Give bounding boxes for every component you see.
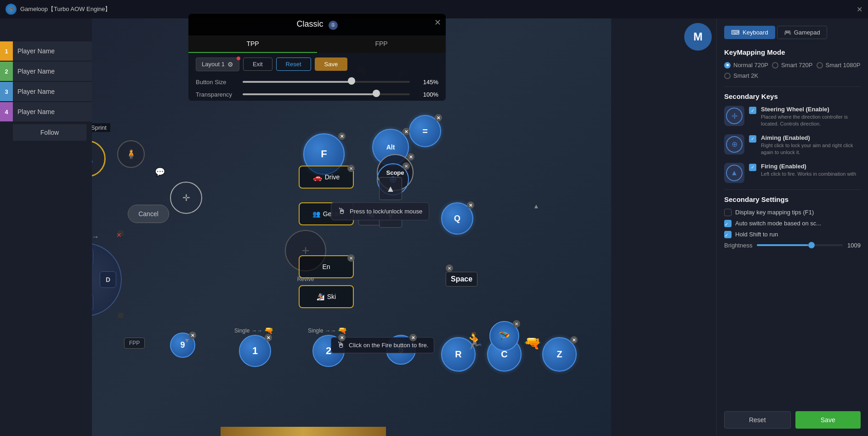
q-close-icon[interactable]: ✕ bbox=[467, 201, 474, 209]
lock-mouse-tooltip: 🖱 Press to lock/unlock mouse bbox=[331, 202, 429, 220]
cancel-button[interactable]: Cancel bbox=[128, 205, 169, 223]
secondary-settings-title: Secondary Settings bbox=[724, 195, 861, 203]
panel-reset-button[interactable]: Reset bbox=[724, 411, 791, 429]
reset-button[interactable]: Reset bbox=[276, 57, 311, 71]
keyboard-icon: ⌨ bbox=[731, 29, 740, 36]
layout-button[interactable]: Layout 1 ⚙ bbox=[196, 57, 239, 71]
button-size-slider[interactable] bbox=[243, 81, 410, 83]
keyboard-mode-button[interactable]: ⌨ Keyboard bbox=[724, 26, 775, 39]
jump-close-icon[interactable]: ✕ bbox=[513, 320, 520, 327]
f-close-icon[interactable]: ✕ bbox=[338, 132, 346, 140]
aiming-item: ⊕ ✓ Aiming (Enabled) Right click to lock… bbox=[724, 134, 861, 156]
tab-fpp[interactable]: FPP bbox=[317, 35, 446, 53]
player-small-icon: 🧍 bbox=[125, 149, 137, 160]
chevron-down-1[interactable]: ▼ bbox=[184, 337, 190, 344]
player-item-1[interactable]: 1 Player Name bbox=[0, 41, 92, 61]
setting-auto-switch[interactable]: ✓ Auto switch mode based on sc... bbox=[724, 220, 861, 227]
player-number-1: 1 bbox=[0, 41, 13, 61]
chevron-up-map[interactable]: ▲ bbox=[533, 202, 539, 210]
player-item-4[interactable]: 4 Player Name bbox=[0, 102, 92, 121]
num-9-button[interactable]: ✕ 9 bbox=[170, 333, 195, 358]
steering-wheel-icon: ✛ bbox=[726, 108, 743, 124]
fpp-button[interactable]: FPP bbox=[124, 338, 145, 349]
fire-mouse-icon: 🖱 bbox=[337, 340, 345, 350]
panel-save-button[interactable]: Save bbox=[795, 411, 861, 429]
mouse-icon: 🖱 bbox=[338, 207, 346, 216]
mode-smart-1080p[interactable]: Smart 1080P bbox=[817, 62, 861, 69]
brightness-row: Brightness 1009 bbox=[724, 242, 861, 249]
n2-close-icon[interactable]: ✕ bbox=[338, 334, 346, 341]
aiming-icon-box: ⊕ bbox=[724, 134, 744, 155]
player-item-2[interactable]: 2 Player Name bbox=[0, 62, 92, 81]
modal-close-icon[interactable]: ✕ bbox=[433, 17, 442, 27]
mode-smart-2k[interactable]: Smart 2K bbox=[724, 72, 758, 79]
steering-wheel-checkbox[interactable]: ✓ bbox=[749, 107, 756, 114]
setting-auto-switch-checkbox[interactable]: ✓ bbox=[724, 220, 732, 227]
jump-button[interactable]: ✕ 🪂 bbox=[489, 321, 519, 351]
aiming-checkbox[interactable]: ✓ bbox=[749, 135, 756, 143]
brightness-value: 1009 bbox=[847, 242, 861, 249]
player-name-3: Player Name bbox=[13, 82, 92, 101]
setting-hold-shift[interactable]: ✓ Hold Shift to run bbox=[724, 231, 861, 238]
z-close-icon[interactable]: ✕ bbox=[570, 336, 578, 344]
z-key-button[interactable]: ✕ Z bbox=[542, 337, 577, 372]
button-size-thumb[interactable] bbox=[348, 77, 355, 85]
wasd-d-key[interactable]: D bbox=[100, 271, 116, 288]
chat-button[interactable]: 💬 bbox=[152, 164, 168, 180]
n9-close-icon[interactable]: ✕ bbox=[189, 332, 196, 339]
en-close-icon[interactable]: ✕ bbox=[347, 254, 355, 262]
n1-close-icon[interactable]: ✕ bbox=[265, 334, 272, 341]
equals-key-button[interactable]: ✕ = bbox=[409, 115, 441, 147]
firing-icon-box: ▲ bbox=[724, 163, 744, 183]
radio-smart-1080p-dot bbox=[817, 62, 823, 69]
en-button[interactable]: ✕ En bbox=[299, 255, 354, 278]
transparency-slider[interactable] bbox=[243, 93, 410, 95]
brightness-slider[interactable] bbox=[757, 244, 843, 246]
q-key-button[interactable]: ✕ Q bbox=[441, 202, 473, 235]
tab-tpp[interactable]: TPP bbox=[188, 35, 317, 53]
setting-display-tips[interactable]: Display key mapping tips (F1) bbox=[724, 209, 861, 216]
transparency-value: 100% bbox=[415, 91, 438, 98]
button-size-fill bbox=[243, 81, 352, 83]
equals-close-icon[interactable]: ✕ bbox=[435, 114, 442, 121]
mode-normal-720p[interactable]: Normal 720P bbox=[724, 62, 768, 69]
close-button[interactable]: ✕ bbox=[857, 5, 862, 14]
drive-close-icon[interactable]: ✕ bbox=[347, 165, 355, 172]
move-up-button[interactable]: ▲ bbox=[379, 177, 402, 200]
app-logo: 🎮 bbox=[6, 4, 17, 15]
ammo-bar bbox=[221, 427, 386, 436]
player-number-4: 4 bbox=[0, 102, 13, 121]
exit-button[interactable]: Exit bbox=[243, 57, 272, 71]
setting-display-tips-checkbox[interactable] bbox=[724, 209, 732, 216]
setting-hold-shift-checkbox[interactable]: ✓ bbox=[724, 231, 732, 238]
mode-toggle: ⌨ Keyboard 🎮 Gamepad bbox=[724, 26, 861, 39]
mode-smart-720p[interactable]: Smart 720P bbox=[772, 62, 813, 69]
transparency-thumb[interactable] bbox=[373, 90, 380, 97]
scope-close-icon[interactable]: ✕ bbox=[407, 153, 414, 161]
num-1-button[interactable]: ✕ 1 bbox=[239, 335, 271, 367]
n5-close-icon[interactable]: ✕ bbox=[409, 334, 417, 341]
parachute-icon: 🪂 bbox=[499, 331, 510, 342]
wasd-close-icon[interactable]: ✕ bbox=[116, 231, 122, 239]
save-button[interactable]: Save bbox=[315, 57, 348, 71]
arrow-up-icon: ▲ bbox=[386, 184, 395, 194]
wasd-resize-handle-br[interactable] bbox=[118, 313, 124, 318]
aiming-info: Aiming (Enabled) Right click to lock you… bbox=[761, 134, 861, 156]
alt-close-icon[interactable]: ✕ bbox=[403, 128, 410, 135]
gamepad-mode-button[interactable]: 🎮 Gamepad bbox=[777, 26, 827, 39]
player-item-3[interactable]: 3 Player Name bbox=[0, 82, 92, 101]
brightness-thumb[interactable] bbox=[808, 242, 815, 248]
space-close-icon[interactable]: ✕ bbox=[446, 264, 453, 272]
firing-checkbox[interactable]: ✓ bbox=[749, 164, 756, 171]
ski-button[interactable]: 🏂 Ski bbox=[299, 285, 354, 308]
steering-wheel-info: Steering Wheel (Enable) Placed where the… bbox=[761, 106, 861, 128]
aiming-close-icon[interactable]: ✕ bbox=[403, 162, 410, 170]
layout-red-dot bbox=[237, 57, 240, 60]
drive-button[interactable]: ✕ 🚗 Drive bbox=[299, 166, 354, 189]
space-key-button[interactable]: Space bbox=[446, 272, 477, 287]
radio-smart-720p-dot bbox=[772, 62, 778, 69]
player-name-1: Player Name bbox=[13, 41, 92, 61]
crosshair-button[interactable]: ✛ bbox=[170, 182, 202, 214]
follow-button[interactable]: Follow bbox=[13, 124, 86, 141]
player-avatar-small[interactable]: 🧍 bbox=[117, 140, 145, 168]
